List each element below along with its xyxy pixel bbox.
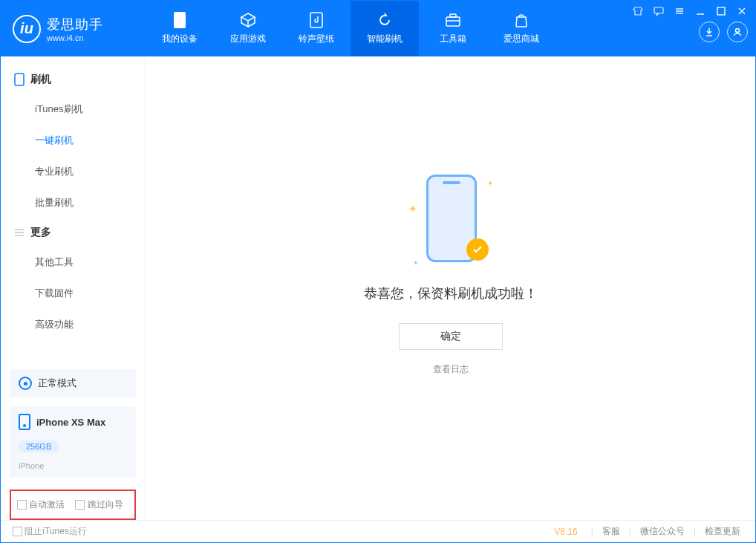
app-subtitle: www.i4.cn bbox=[47, 33, 103, 42]
success-message: 恭喜您，保资料刷机成功啦！ bbox=[364, 284, 538, 302]
footer-check-update-link[interactable]: 检查更新 bbox=[702, 525, 743, 538]
bag-icon bbox=[513, 12, 529, 28]
app-title: 爱思助手 bbox=[47, 16, 103, 33]
svg-rect-2 bbox=[446, 17, 460, 26]
check-badge-icon bbox=[466, 238, 489, 261]
menu-icon[interactable] bbox=[674, 5, 685, 17]
status-dot-icon bbox=[19, 377, 32, 390]
logo-icon: iu bbox=[13, 15, 41, 43]
svg-point-13 bbox=[736, 29, 740, 33]
feedback-icon[interactable] bbox=[653, 5, 665, 17]
nav-my-device[interactable]: 我的设备 bbox=[146, 1, 214, 56]
connected-device-card[interactable]: iPhone XS Max 256GB iPhone bbox=[10, 406, 136, 478]
svg-rect-1 bbox=[310, 13, 322, 27]
phone-icon bbox=[19, 414, 30, 430]
svg-rect-14 bbox=[15, 74, 24, 85]
cube-icon bbox=[240, 12, 256, 28]
nav-smart-flash[interactable]: 智能刷机 bbox=[351, 1, 419, 56]
sidebar-section-flash: 刷机 bbox=[1, 65, 145, 94]
device-icon bbox=[172, 12, 188, 28]
footer-wechat-link[interactable]: 微信公众号 bbox=[637, 525, 688, 538]
download-button[interactable] bbox=[699, 22, 720, 42]
close-icon[interactable] bbox=[736, 5, 748, 17]
device-type: iPhone bbox=[19, 461, 44, 470]
flash-options-box: 自动激活 跳过向导 bbox=[10, 490, 136, 520]
maximize-icon[interactable] bbox=[715, 5, 727, 17]
music-icon bbox=[308, 12, 325, 28]
sidebar-item-itunes-flash[interactable]: iTunes刷机 bbox=[29, 94, 145, 125]
footer-support-link[interactable]: 客服 bbox=[599, 525, 623, 538]
nav-ringtones-wallpapers[interactable]: 铃声壁纸 bbox=[282, 1, 351, 56]
sidebar-item-other-tools[interactable]: 其他工具 bbox=[29, 247, 145, 278]
sidebar-item-advanced[interactable]: 高级功能 bbox=[29, 309, 145, 340]
sparkle-icon: ✦ bbox=[408, 203, 417, 215]
phone-outline-icon bbox=[14, 73, 25, 86]
version-label: V8.16 bbox=[554, 527, 577, 537]
svg-rect-10 bbox=[717, 7, 725, 15]
app-logo: iu 爱思助手 www.i4.cn bbox=[1, 1, 146, 56]
toolbox-icon bbox=[445, 12, 461, 28]
block-itunes-checkbox[interactable]: 阻止iTunes运行 bbox=[13, 525, 87, 538]
sparkle-icon: ✦ bbox=[413, 259, 419, 267]
success-illustration: ✦ ✦ ✦ bbox=[403, 172, 499, 268]
minimize-icon[interactable] bbox=[694, 5, 706, 17]
refresh-icon bbox=[377, 12, 393, 28]
nav-apps-games[interactable]: 应用游戏 bbox=[214, 1, 282, 56]
svg-rect-0 bbox=[174, 12, 186, 28]
list-icon bbox=[14, 227, 25, 238]
nav-store[interactable]: 爱思商城 bbox=[487, 1, 555, 56]
user-button[interactable] bbox=[727, 22, 748, 42]
sparkle-icon: ✦ bbox=[487, 179, 493, 187]
device-mode-status[interactable]: 正常模式 bbox=[10, 369, 136, 397]
auto-activate-checkbox[interactable]: 自动激活 bbox=[17, 498, 65, 511]
skip-setup-checkbox[interactable]: 跳过向导 bbox=[75, 498, 123, 511]
sidebar-section-more: 更多 bbox=[1, 218, 145, 247]
view-log-link[interactable]: 查看日志 bbox=[433, 363, 469, 376]
svg-rect-5 bbox=[654, 7, 663, 13]
sidebar-item-oneclick-flash[interactable]: 一键刷机 bbox=[29, 125, 145, 156]
device-name: iPhone XS Max bbox=[36, 417, 105, 428]
ok-button[interactable]: 确定 bbox=[399, 323, 503, 350]
sidebar-item-download-firmware[interactable]: 下载固件 bbox=[29, 278, 145, 309]
device-capacity: 256GB bbox=[19, 440, 59, 452]
sidebar-item-pro-flash[interactable]: 专业刷机 bbox=[29, 156, 145, 187]
sidebar-item-batch-flash[interactable]: 批量刷机 bbox=[29, 187, 145, 218]
svg-rect-3 bbox=[450, 14, 456, 17]
nav-toolbox[interactable]: 工具箱 bbox=[419, 1, 487, 56]
skin-icon[interactable] bbox=[632, 5, 644, 17]
